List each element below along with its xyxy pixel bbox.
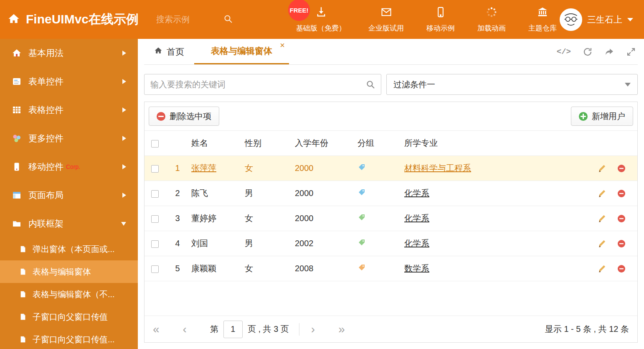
sidebar-item-page-layout[interactable]: 页面布局 [0,181,138,209]
share-icon[interactable] [604,47,614,57]
sidebar-subitem-label: 弹出窗体（本页面或... [33,244,115,255]
major-link[interactable]: 化学系 [404,189,429,198]
gender-cell: 男 [241,231,292,256]
name-link[interactable]: 张萍萍 [191,163,216,173]
page-prefix-label: 第 [210,324,218,335]
add-button-label: 新增用户 [592,111,625,122]
sidebar-subitem-grid-edit-window[interactable]: 表格与编辑窗体 [0,260,138,283]
home-icon [8,13,20,27]
table-row[interactable]: 3 董婷婷 女 2000 化学系 [145,206,637,231]
nav-label: 基础版（免费） [296,23,346,33]
row-checkbox[interactable] [151,190,159,198]
search-icon[interactable] [223,14,233,25]
sidebar-item-more-controls[interactable]: 更多控件 [0,124,138,153]
major-link[interactable]: 化学系 [404,214,429,223]
table-row[interactable]: 1 张萍萍 女 2000 材料科学与工程系 [145,156,637,181]
sidebar-item-form-controls[interactable]: 表单控件 [0,67,138,96]
search-icon[interactable] [365,79,375,91]
sidebar-subitem-label: 表格与编辑窗体 [33,266,91,278]
refresh-icon[interactable] [583,47,593,57]
sidebar-item-grid-controls[interactable]: 表格控件 [0,96,138,124]
select-all-checkbox[interactable] [151,140,159,148]
edit-icon[interactable] [598,164,607,173]
sidebar-subitem-child-to-parent-2[interactable]: 子窗口向父窗口传值... [0,328,138,349]
filter-dropdown[interactable]: 过滤条件一 [386,74,638,95]
topbar-search [156,14,246,25]
phone-icon [12,162,22,172]
sidebar-subitem-label: 子窗口向父窗口传值 [33,311,108,323]
delete-icon[interactable] [617,265,626,273]
row-checkbox[interactable] [151,240,159,248]
last-page-icon[interactable]: » [338,324,345,335]
name-cell: 刘国 [188,231,241,256]
table-row[interactable]: 4 刘国 男 2002 化学系 [145,231,637,256]
delete-icon[interactable] [617,239,626,248]
major-link[interactable]: 数学系 [404,264,429,273]
sidebar-item-label: 基本用法 [28,47,63,59]
edit-icon[interactable] [598,189,607,198]
sidebar-item-mobile-controls[interactable]: 移动控件 Corp. [0,153,138,181]
bank-icon [537,6,548,20]
year-cell: 2000 [292,181,354,206]
row-checkbox[interactable] [151,265,159,273]
column-header-group: 分组 [354,131,401,156]
first-page-icon[interactable]: « [153,324,160,335]
gender-cell: 女 [241,156,292,181]
mail-icon [380,6,392,20]
prev-page-icon[interactable]: ‹ [183,324,187,335]
table-row[interactable]: 5 康颖颖 女 2008 数学系 [145,256,637,281]
tab-grid-edit-window[interactable]: 表格与编辑窗体 × [194,39,289,64]
sidebar-subitem-child-to-parent[interactable]: 子窗口向父窗口传值 [0,306,138,328]
spinner-icon [486,6,497,20]
chevron-down-icon [121,222,126,226]
tab-home[interactable]: 首页 [144,39,194,64]
next-page-icon[interactable]: › [311,324,315,335]
topnav: 基础版（免费） 企业版试用 移动示例 加载动画 [296,6,557,33]
page-icon [19,245,27,253]
users-table: 姓名 性别 入学年份 分组 所学专业 1 张萍萍 女 2000 [145,131,637,281]
year-cell: 2000 [292,206,354,231]
user-name: 三生石上 [587,14,622,25]
chevron-right-icon [122,51,126,56]
tab-bar: 首页 表格与编辑窗体 × </> [144,39,638,65]
gender-cell: 男 [241,181,292,206]
delete-icon[interactable] [617,164,626,173]
house-icon [12,48,22,58]
delete-icon[interactable] [617,214,626,223]
edit-icon[interactable] [598,239,607,248]
major-link[interactable]: 材料科学与工程系 [404,163,471,173]
nav-label: 企业版试用 [368,23,404,33]
nav-item-enterprise-trial[interactable]: 企业版试用 [368,6,404,33]
topbar-search-input[interactable] [156,15,223,24]
delete-selected-button[interactable]: 删除选中项 [149,107,219,126]
major-link[interactable]: 化学系 [404,239,429,248]
page-suffix-label: 页 , 共 3 页 [248,324,289,335]
close-icon[interactable]: × [280,41,285,49]
sidebar-item-iframe[interactable]: 内联框架 [0,209,138,238]
sidebar-item-basic-usage[interactable]: 基本用法 [0,39,138,67]
sidebar-subitem-grid-edit-window-2[interactable]: 表格与编辑窗体（不... [0,283,138,306]
brand[interactable]: FineUIMvc在线示例 [0,11,139,28]
nav-label: 加载动画 [477,23,506,33]
sidebar-subitem-popup-window[interactable]: 弹出窗体（本页面或... [0,238,138,260]
edit-icon[interactable] [598,264,607,273]
row-checkbox[interactable] [151,215,159,223]
keyword-search [144,74,381,95]
expand-icon[interactable] [626,47,636,57]
user-menu[interactable]: 三生石上 [560,8,644,31]
main-content: 首页 表格与编辑窗体 × </> 过滤条件一 [138,39,644,349]
edit-icon[interactable] [598,214,607,223]
keyword-search-input[interactable] [144,74,381,95]
delete-icon[interactable] [617,189,626,198]
row-checkbox[interactable] [151,165,159,173]
source-code-icon[interactable]: </> [557,47,571,56]
nav-item-mobile-demo[interactable]: 移动示例 [426,6,455,33]
add-user-button[interactable]: 新增用户 [571,107,633,126]
nav-item-theme-repo[interactable]: 主题仓库 [528,6,557,33]
column-header-gender: 性别 [241,131,292,156]
gender-cell: 女 [241,206,292,231]
page-number-input[interactable] [223,321,243,338]
table-row[interactable]: 2 陈飞 男 2000 化学系 [145,181,637,206]
row-number: 2 [167,181,188,206]
nav-item-loading-animation[interactable]: 加载动画 [477,6,506,33]
